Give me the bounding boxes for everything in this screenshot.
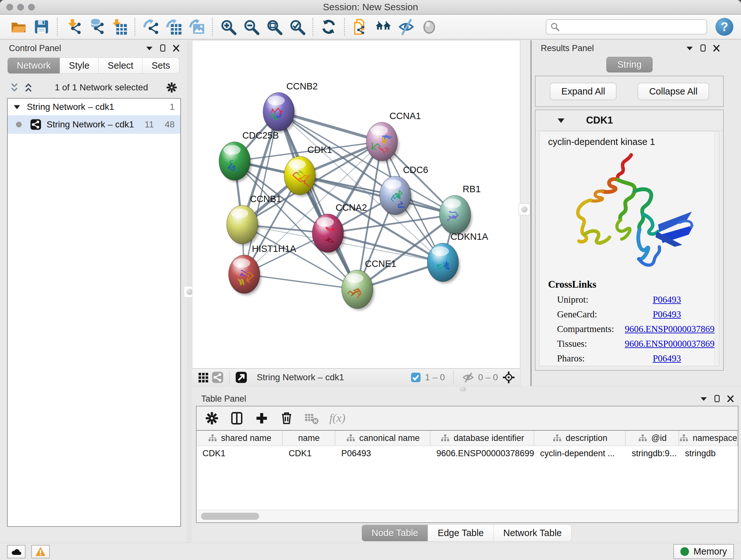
collapse-entry-icon[interactable] [556,116,565,125]
warning-status-button[interactable] [31,545,50,558]
column-header--id[interactable]: @id [626,431,679,446]
import-table-file-button[interactable] [110,17,128,36]
graphics-details-icon[interactable] [197,371,211,384]
tab-network-table[interactable]: Network Table [494,524,571,542]
apply-preferred-layout-button[interactable] [320,17,338,36]
table-panel-splitter[interactable] [192,386,741,392]
delete-column-icon[interactable] [278,410,295,427]
function-builder-icon[interactable]: f(x) [328,410,357,427]
search-input[interactable] [546,19,707,35]
network-node-CCNA1[interactable]: CCNA1 [366,111,421,163]
delete-table-icon[interactable] [303,410,320,427]
network-node-CCNB2[interactable]: CCNB2 [263,81,318,133]
import-network-database-button[interactable] [87,17,105,36]
open-session-folder-icon [10,18,27,35]
zoom-in-button[interactable] [219,17,237,36]
tab-node-table[interactable]: Node Table [361,524,428,542]
column-header-canonical-name[interactable]: canonical name [335,431,430,446]
table-cell: CDK1 [197,446,283,461]
crosslink-link[interactable]: P06493 [653,294,681,305]
import-network-file-button[interactable] [64,17,82,36]
save-session-button[interactable] [32,17,51,36]
tab-edge-table[interactable]: Edge Table [428,524,494,542]
network-node-RB1[interactable]: RB1 [440,184,481,236]
panel-menu-icon[interactable] [699,395,708,403]
close-panel-icon[interactable] [726,395,735,403]
expand-all-button[interactable]: Expand All [550,83,616,100]
network-collection-count: 1 [170,102,175,112]
control-panel-header: Control Panel [0,40,187,56]
table-horizontal-scrollbar[interactable] [197,509,738,522]
node-label-CDC6: CDC6 [403,165,428,175]
network-node-HIST1H1A[interactable]: HIST1H1A [229,244,296,295]
first-neighbors-button[interactable] [374,17,392,36]
zoom-selected-button[interactable] [288,17,306,36]
close-panel-icon[interactable] [712,44,721,52]
crosslink-link[interactable]: 9606.ENSP00000378699 [625,324,719,334]
network-edge-CCNB2-CCNE1[interactable] [279,112,357,289]
gene-entry-header[interactable]: CDK1 [536,110,723,131]
new-network-from-selection-button[interactable] [351,17,369,36]
tab-select[interactable]: Select [98,57,143,74]
network-node-CCNB1[interactable]: CCNB1 [227,194,281,246]
column-header-shared-name[interactable]: shared name [197,431,283,446]
float-panel-icon[interactable] [713,395,721,403]
tab-style[interactable]: Style [60,57,98,74]
splitter-handle[interactable] [519,204,530,215]
tab-sets[interactable]: Sets [143,57,179,74]
left-panel-splitter[interactable] [187,40,192,543]
float-panel-icon[interactable] [699,44,707,52]
column-header-namespace[interactable]: namespace [679,431,738,446]
crosslink-link[interactable]: P06493 [653,353,681,364]
results-scrollbar[interactable] [715,132,719,366]
expand-all-networks-icon[interactable] [23,82,34,93]
birdseye-crosshair-icon[interactable] [502,371,516,384]
column-header-description[interactable]: description [534,431,626,446]
panel-menu-icon[interactable] [685,44,694,52]
table-row[interactable]: CDK1CDK1P064939606.ENSP00000378699cyclin… [197,446,738,461]
network-options-gear-icon[interactable] [165,81,178,94]
help-button[interactable]: ? [716,18,733,36]
table-settings-gear-icon[interactable] [204,410,220,427]
collapse-all-button[interactable]: Collapse All [637,83,709,100]
close-panel-icon[interactable] [172,44,180,52]
collapse-all-networks-icon[interactable] [9,82,20,93]
tree-expand-icon[interactable] [13,103,21,111]
open-session-folder-button[interactable] [10,17,27,36]
panel-menu-icon[interactable] [145,44,153,52]
hide-selected-button[interactable] [397,17,415,36]
zoom-fit-button[interactable] [265,17,283,36]
network-collection-row[interactable]: String Network – cdk1 1 [8,99,180,115]
results-panel-header: Results Panel [532,40,727,56]
crosslink-link[interactable]: 9606.ENSP00000378699 [625,338,719,349]
float-panel-icon[interactable] [158,44,167,52]
network-node-CDKN1A[interactable]: CDKN1A [427,232,488,283]
export-image-button[interactable] [188,17,205,36]
network-canvas[interactable]: CCNB2CCNA1CDC25BCDK1CDC6RB1CCNB1CCNA2CDK… [192,40,520,368]
export-network-button[interactable] [142,17,159,36]
main-toolbar: ? [0,15,741,40]
node-label-RB1: RB1 [463,184,481,194]
cloud-status-button[interactable] [7,545,25,558]
network-node-CDC6[interactable]: CDC6 [380,165,428,216]
column-header-database-identifier[interactable]: database identifier [430,431,534,446]
zoom-out-button[interactable] [242,17,260,36]
toolbar-separator [212,18,213,36]
tab-string[interactable]: String [606,57,653,72]
memory-button[interactable]: Memory [673,544,734,559]
network-overview-icon[interactable] [211,371,225,384]
network-node-CCNE1[interactable]: CCNE1 [342,259,396,310]
tab-network[interactable]: Network [7,57,60,74]
network-row[interactable]: String Network – cdk1 11 48 [8,115,180,134]
show-all-button[interactable] [420,17,438,36]
crosslink-link[interactable]: P06493 [653,309,681,320]
network-edge-CDK1-RB1[interactable] [300,176,455,214]
right-panel-splitter[interactable] [520,40,530,386]
detach-view-icon[interactable] [234,371,248,384]
scrollbar-thumb[interactable] [201,513,259,520]
splitter-handle[interactable] [460,387,466,391]
create-column-icon[interactable] [253,410,270,427]
column-header-name[interactable]: name [283,431,335,446]
export-table-button[interactable] [165,17,183,36]
show-column-icon[interactable] [228,410,245,427]
